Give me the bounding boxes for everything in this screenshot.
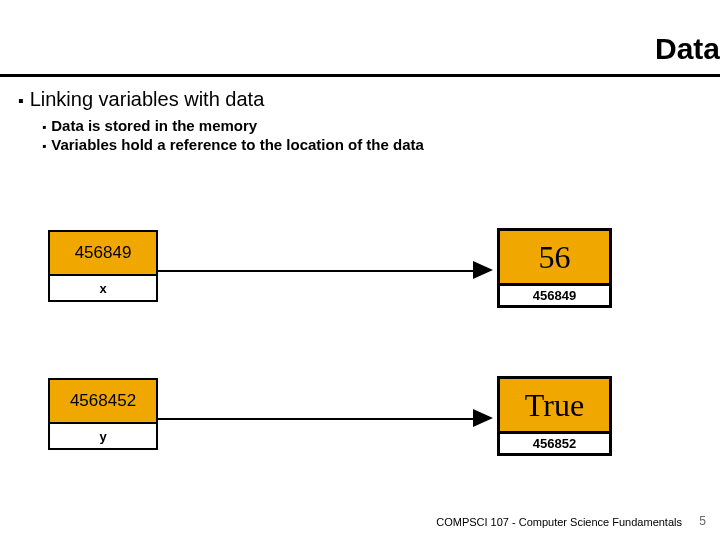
data-56-address: 456849 xyxy=(500,283,609,305)
bullet-mark-icon: ▪ xyxy=(42,139,46,153)
bullet-main: ▪ Linking variables with data xyxy=(18,88,702,111)
variable-x-address: 456849 xyxy=(50,232,156,274)
variable-x-name: x xyxy=(50,274,156,300)
bullet-main-text: Linking variables with data xyxy=(30,88,265,111)
bullet-sub1: ▪ Data is stored in the memory xyxy=(42,117,702,134)
bullet-sub2: ▪ Variables hold a reference to the loca… xyxy=(42,136,702,153)
footer-page-number: 5 xyxy=(699,514,706,528)
variable-box-x: 456849 x xyxy=(48,230,158,302)
data-true-value: True xyxy=(500,379,609,431)
data-56-value: 56 xyxy=(500,231,609,283)
arrow-x xyxy=(158,270,473,272)
title-underline xyxy=(0,74,720,77)
data-box-56: 56 456849 xyxy=(497,228,612,308)
bullet-mark-icon: ▪ xyxy=(18,92,24,110)
slide-title: Data xyxy=(655,32,720,66)
arrowhead-x-icon xyxy=(473,261,493,279)
data-true-address: 456852 xyxy=(500,431,609,453)
arrow-y xyxy=(158,418,473,420)
variable-y-name: y xyxy=(50,422,156,448)
content-area: ▪ Linking variables with data ▪ Data is … xyxy=(18,88,702,155)
data-box-true: True 456852 xyxy=(497,376,612,456)
bullet-sub2-text: Variables hold a reference to the locati… xyxy=(51,136,424,153)
variable-box-y: 4568452 y xyxy=(48,378,158,450)
bullet-sub1-text: Data is stored in the memory xyxy=(51,117,257,134)
variable-y-address: 4568452 xyxy=(50,380,156,422)
bullet-mark-icon: ▪ xyxy=(42,120,46,134)
footer-course: COMPSCI 107 - Computer Science Fundament… xyxy=(436,516,682,528)
arrowhead-y-icon xyxy=(473,409,493,427)
